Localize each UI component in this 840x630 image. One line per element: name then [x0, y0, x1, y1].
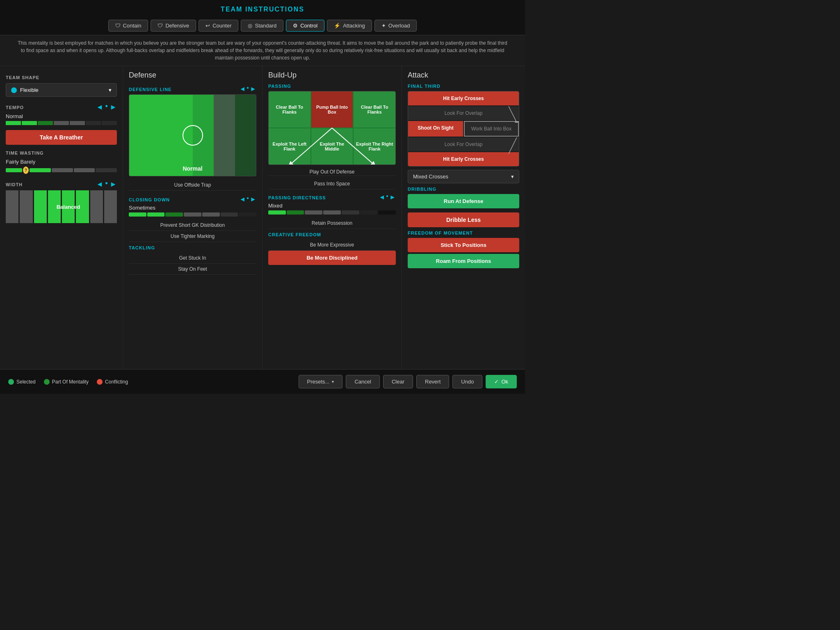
wv-col-1	[6, 190, 18, 223]
tab-control[interactable]: ⚙ Control	[286, 20, 324, 32]
be-more-expressive-option[interactable]: Be More Expressive	[268, 240, 396, 251]
pass-into-space-option[interactable]: Pass Into Space	[268, 178, 396, 189]
center-panels: Defense DEFENSIVE LINE ◄ ● ►	[123, 66, 525, 382]
tab-contain[interactable]: 🛡 Contain	[108, 20, 148, 32]
pass-exploit-middle[interactable]: Exploit The Middle	[311, 128, 353, 164]
tab-counter[interactable]: ↩ Counter	[199, 20, 238, 32]
tab-standard[interactable]: ◎ Standard	[241, 20, 283, 32]
tempo-slider[interactable]	[6, 121, 117, 125]
tempo-right-arrow[interactable]: ►	[110, 103, 117, 112]
conflicting-dot	[97, 379, 103, 385]
tab-defensive[interactable]: 🛡 Defensive	[151, 20, 196, 32]
closing-dot: ●	[247, 196, 249, 203]
roam-from-positions-button[interactable]: Roam From Positions	[408, 254, 519, 268]
question-mark-icon: ?	[23, 167, 29, 174]
radio-dot	[11, 87, 17, 93]
overlap-arrow-bottom	[507, 137, 519, 154]
control-icon: ⚙	[293, 23, 298, 29]
mixed-crosses-chevron: ▾	[511, 173, 514, 180]
hit-early-crosses-top[interactable]: Hit Early Crosses	[408, 91, 519, 105]
width-container: Balanced	[6, 190, 117, 223]
pass-clear-ball-right[interactable]: Clear Ball To Flanks	[354, 91, 395, 128]
take-breather-button[interactable]: Take A Breather	[6, 130, 117, 145]
look-for-overlap-bottom[interactable]: Look For Overlap	[408, 137, 519, 151]
wv-col-7	[90, 190, 103, 223]
defense-title: Defense	[129, 71, 256, 80]
team-shape-select[interactable]: Flexible ▾	[6, 83, 117, 97]
hit-early-crosses-bottom[interactable]: Hit Early Crosses	[408, 152, 519, 166]
defensive-line-viz: Normal	[129, 94, 256, 176]
checkmark-icon: ✓	[494, 379, 499, 385]
stay-on-feet-option[interactable]: Stay On Feet	[129, 264, 256, 275]
work-ball-into-box[interactable]: Work Ball Into Box	[464, 121, 519, 137]
overload-icon: ✦	[381, 23, 386, 29]
page-title: TEAM INSTRUCTIONS	[0, 6, 525, 13]
shoot-on-sight[interactable]: Shoot On Sight	[408, 121, 463, 137]
tempo-value: Normal	[6, 113, 117, 119]
cancel-button[interactable]: Cancel	[346, 375, 379, 388]
width-label: WIDTH	[6, 182, 23, 187]
tabs-bar: 🛡 Contain 🛡 Defensive ↩ Counter ◎ Standa…	[0, 16, 525, 35]
legend-conflicting: Conflicting	[97, 379, 128, 385]
footer: Selected Part Of Mentality Conflicting P…	[0, 369, 525, 394]
passing-grid: Clear Ball To Flanks Pump Ball Into Box …	[268, 91, 396, 165]
clear-button[interactable]: Clear	[383, 375, 413, 388]
closing-down-slider[interactable]	[129, 212, 256, 217]
width-right-arrow[interactable]: ►	[110, 180, 117, 189]
stick-to-positions-button[interactable]: Stick To Positions	[408, 238, 519, 252]
pass-dir-right-arrow[interactable]: ►	[389, 194, 396, 201]
directness-slider[interactable]	[268, 210, 396, 215]
buildup-panel: Build-Up PASSING Clear Ball To Flanks Pu…	[262, 66, 402, 382]
def-line-left-arrow[interactable]: ◄	[239, 85, 246, 93]
wv-col-2	[20, 190, 32, 223]
selected-dot	[8, 379, 14, 385]
dribble-less-button[interactable]: Dribble Less	[408, 212, 519, 227]
tempo-left-arrow[interactable]: ◄	[96, 103, 103, 112]
final-third-grid: Hit Early Crosses Look For Overlap Shoot…	[408, 91, 519, 167]
use-offside-trap-option[interactable]: Use Offside Trap	[129, 180, 256, 191]
dribbling-label: DRIBBLING	[408, 187, 519, 192]
svg-line-4	[509, 137, 517, 154]
presets-button[interactable]: Presets... ▾	[299, 375, 343, 388]
tempo-dot: ●	[105, 103, 108, 112]
revert-button[interactable]: Revert	[416, 375, 449, 388]
chevron-down-icon: ▾	[109, 87, 112, 93]
mixed-crosses-dropdown[interactable]: Mixed Crosses ▾	[408, 170, 519, 183]
get-stuck-in-option[interactable]: Get Stuck In	[129, 253, 256, 264]
width-value-label: Balanced	[62, 190, 75, 223]
pass-exploit-left[interactable]: Exploit The Left Flank	[269, 128, 310, 164]
passing-directness-value: Mixed	[268, 203, 396, 209]
wv-col-5: Balanced	[62, 190, 75, 223]
legend-selected: Selected	[8, 379, 36, 385]
undo-button[interactable]: Undo	[452, 375, 482, 388]
closing-right-arrow[interactable]: ►	[250, 196, 256, 203]
team-shape-label: TEAM SHAPE	[6, 75, 117, 80]
play-out-of-defense[interactable]: Play Out Of Defense	[268, 167, 396, 176]
tab-attacking[interactable]: ⚡ Attacking	[327, 20, 372, 32]
retain-possession-option[interactable]: Retain Possession	[268, 218, 396, 229]
final-third-label: FINAL THIRD	[408, 84, 519, 89]
ok-button[interactable]: ✓ Ok	[486, 375, 517, 388]
be-more-disciplined-button[interactable]: Be More Disciplined	[268, 251, 396, 265]
prevent-short-gk-option[interactable]: Prevent Short GK Distribution	[129, 220, 256, 231]
def-line-right-arrow[interactable]: ►	[250, 85, 256, 93]
pass-dir-left-arrow[interactable]: ◄	[379, 194, 385, 201]
time-wasting-value: Fairly Barely	[6, 159, 117, 165]
look-for-overlap-top[interactable]: Look For Overlap	[408, 106, 519, 120]
svg-line-2	[509, 106, 517, 123]
mentality-description: This mentality is best employed for matc…	[0, 35, 525, 66]
use-tighter-marking-option[interactable]: Use Tighter Marking	[129, 231, 256, 242]
pass-clear-ball-left[interactable]: Clear Ball To Flanks	[269, 91, 310, 128]
passing-directness-label: PASSING DIRECTNESS	[268, 195, 326, 200]
pass-pump-ball[interactable]: Pump Ball Into Box	[311, 91, 353, 128]
buildup-title: Build-Up	[268, 71, 396, 80]
width-left-arrow[interactable]: ◄	[96, 180, 103, 189]
tab-overload[interactable]: ✦ Overload	[374, 20, 417, 32]
run-at-defense-button[interactable]: Run At Defense	[408, 194, 519, 208]
closing-left-arrow[interactable]: ◄	[239, 196, 246, 203]
pass-exploit-right[interactable]: Exploit The Right Flank	[354, 128, 395, 164]
time-wasting-label: TIME WASTING	[6, 151, 117, 155]
overlap-arrow-top	[507, 106, 519, 123]
def-col-2	[151, 95, 172, 176]
closing-down-value: Sometimes	[129, 205, 256, 211]
